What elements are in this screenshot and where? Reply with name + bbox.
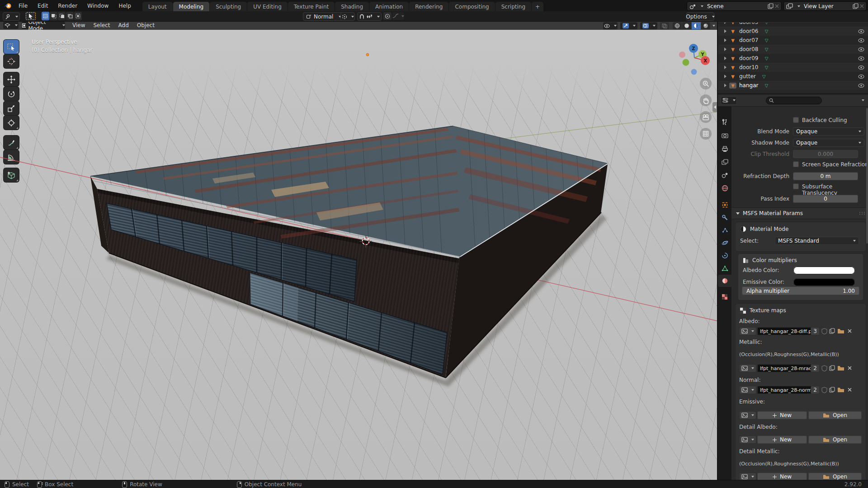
normal-image-dropdown[interactable] (739, 386, 756, 394)
transform-orientation-dropdown[interactable]: Normal (303, 12, 344, 21)
emissive-new-button[interactable]: New (757, 411, 807, 419)
workspace-tab-shading[interactable]: Shading (335, 2, 369, 11)
proportional-editing-toggle[interactable] (383, 12, 392, 20)
shading-material-preview-button[interactable] (692, 22, 701, 29)
workspace-tab-uv-editing[interactable]: UV Editing (247, 2, 288, 11)
expand-icon[interactable] (724, 66, 726, 69)
zoom-view-button[interactable] (700, 78, 712, 89)
detail-albedo-image-dropdown[interactable] (739, 436, 756, 444)
axis-neg-z-ball[interactable] (691, 69, 697, 75)
emissive-open-button[interactable]: Open (808, 411, 862, 419)
metallic-users-count[interactable]: 2 (811, 364, 820, 372)
outliner-item-door10[interactable]: ▼ door10 ▽ (718, 63, 868, 72)
open-folder-icon[interactable] (837, 365, 844, 371)
pivot-point-dropdown[interactable] (340, 12, 355, 21)
albedo-color-swatch[interactable] (793, 267, 855, 274)
viewport-menu-view[interactable]: View (68, 22, 89, 28)
pan-view-button[interactable] (700, 94, 712, 106)
outliner-item-door09[interactable]: ▼ door09 ▽ (718, 54, 868, 63)
viewport-scene[interactable] (0, 0, 717, 480)
add-workspace-button[interactable]: + (532, 2, 543, 11)
view-layer-selector[interactable]: View Layer (783, 1, 867, 11)
tab-tool[interactable] (718, 116, 731, 128)
viewport-menu-add[interactable]: Add (114, 22, 133, 28)
metallic-image-dropdown[interactable] (739, 364, 756, 372)
options-dropdown[interactable]: Options (686, 12, 714, 21)
backface-culling-checkbox[interactable] (793, 117, 799, 123)
workspace-tab-modeling[interactable]: Modeling (173, 2, 210, 11)
properties-search-input[interactable] (766, 97, 822, 104)
hide-eye-icon[interactable] (858, 66, 864, 70)
tab-world[interactable] (718, 182, 731, 194)
tab-view-layer[interactable] (718, 156, 731, 168)
new-scene-icon[interactable] (768, 3, 774, 9)
editor-type-dropdown[interactable] (3, 21, 19, 29)
tab-output[interactable] (718, 143, 731, 155)
select-mode-new-button[interactable] (42, 12, 49, 20)
expand-icon[interactable] (724, 47, 726, 51)
menu-edit[interactable]: Edit (33, 0, 53, 11)
remove-view-layer-icon[interactable] (859, 4, 864, 9)
tab-object[interactable] (718, 199, 731, 211)
workspace-tab-layout[interactable]: Layout (142, 2, 173, 11)
hide-eye-icon[interactable] (858, 38, 864, 42)
duplicate-image-icon[interactable] (829, 387, 835, 393)
tab-material[interactable] (718, 275, 731, 287)
properties-options-caret[interactable] (862, 99, 864, 101)
normal-image-name[interactable]: lfpt_hangar_28-norm.png (757, 386, 814, 394)
camera-view-button[interactable] (700, 111, 712, 123)
gizmos-toggle-dropdown[interactable] (620, 22, 638, 30)
outliner-item-door07[interactable]: ▼ door07 ▽ (718, 36, 868, 45)
expand-icon[interactable] (724, 56, 726, 60)
normal-users-count[interactable]: 2 (811, 386, 820, 394)
menu-help[interactable]: Help (113, 0, 136, 11)
axis-neg-x-ball[interactable] (679, 52, 685, 58)
workspace-tab-rendering[interactable]: Rendering (409, 2, 448, 11)
snapping-control[interactable] (357, 12, 382, 21)
fake-user-shield-icon[interactable] (821, 387, 827, 393)
expand-icon[interactable] (724, 84, 726, 87)
hide-eye-icon[interactable] (858, 29, 864, 33)
tab-object-data[interactable] (718, 262, 731, 274)
alpha-multiplier-slider[interactable]: Alpha multiplier 1.00 (742, 286, 859, 295)
fake-user-shield-icon[interactable] (821, 328, 827, 334)
select-mode-intersect-button[interactable] (74, 12, 82, 20)
menu-file[interactable]: File (14, 0, 33, 11)
axis-z-ball[interactable]: Z (689, 44, 698, 53)
viewport-menu-select[interactable]: Select (89, 22, 114, 28)
viewport-menu-object[interactable]: Object (133, 22, 159, 28)
tweak-select-tool-button[interactable] (25, 12, 36, 20)
tab-texture[interactable] (718, 291, 731, 303)
menu-window[interactable]: Window (82, 0, 113, 11)
detail-albedo-new-button[interactable]: New (757, 436, 807, 444)
clip-threshold-field[interactable]: 0.000 (793, 150, 858, 158)
tab-physics[interactable] (718, 237, 731, 249)
shading-rendered-button[interactable] (701, 22, 710, 29)
open-folder-icon[interactable] (837, 387, 844, 393)
hide-eye-icon[interactable] (858, 75, 864, 79)
workspace-tab-compositing[interactable]: Compositing (449, 2, 495, 11)
shading-dropdown-caret[interactable] (712, 25, 715, 27)
mode-dropdown[interactable]: Object Mode (21, 21, 66, 29)
outliner-item-gutter[interactable]: ▼ gutter ▽ (718, 72, 868, 81)
outliner-item-door06[interactable]: ▼ door06 ▽ (718, 27, 868, 36)
hide-eye-icon[interactable] (858, 56, 864, 61)
expand-icon[interactable] (724, 75, 726, 78)
navigation-gizmo[interactable]: Z Y X (676, 40, 714, 79)
properties-scrollbar[interactable] (866, 108, 868, 244)
open-folder-icon[interactable] (837, 328, 844, 334)
unlink-image-icon[interactable] (847, 366, 852, 371)
tab-constraints[interactable] (718, 249, 731, 262)
unlink-image-icon[interactable] (847, 387, 852, 392)
properties-editor-type-dropdown[interactable] (721, 96, 737, 105)
proportional-falloff-dropdown[interactable] (392, 12, 404, 20)
outliner-item-door08[interactable]: ▼ door08 ▽ (718, 45, 868, 54)
scene-selector[interactable]: Scene (687, 1, 782, 11)
shading-solid-button[interactable] (682, 22, 691, 29)
duplicate-image-icon[interactable] (829, 328, 835, 334)
expand-icon[interactable] (724, 29, 726, 33)
msfs-standard-dropdown[interactable]: MSFS Standard (775, 237, 859, 245)
outliner-item-door05[interactable]: ▼ door05 ▽ (718, 23, 868, 27)
msfs-panel-header[interactable]: MSFS Material Params (731, 207, 868, 219)
detail-albedo-open-button[interactable]: Open (808, 436, 862, 444)
